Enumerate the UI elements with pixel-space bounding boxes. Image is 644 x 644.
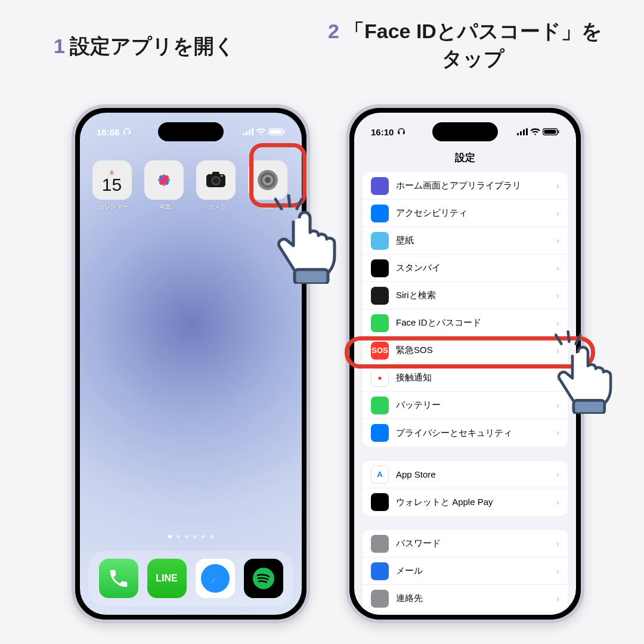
chevron-right-icon: › — [556, 593, 559, 604]
app-settings[interactable]: 設定 — [248, 160, 290, 211]
spotify-icon — [250, 565, 277, 592]
chevron-right-icon: › — [556, 428, 559, 438]
chevron-right-icon: › — [556, 263, 559, 274]
app-calendar[interactable]: 木 15 カレンダー — [92, 160, 134, 211]
settings-row-icon: SOS — [371, 342, 389, 360]
cell-signal-icon — [243, 128, 253, 135]
settings-row[interactable]: パスワード› — [363, 530, 568, 558]
settings-list[interactable]: ホーム画面とアプリライブラリ›アクセシビリティ›壁紙›スタンバイ›Siriと検索… — [354, 172, 576, 615]
settings-row[interactable]: Siriと検索› — [363, 282, 568, 309]
app-photos[interactable]: 写真 — [144, 160, 186, 211]
settings-row-label: プライバシーとセキュリティ — [396, 428, 556, 439]
step-2-caption: 2 「Face IDとパスコード」をタップ — [310, 18, 620, 73]
settings-row[interactable]: ウォレットと Apple Pay› — [363, 488, 568, 516]
chevron-right-icon: › — [556, 497, 559, 507]
wifi-icon — [256, 128, 266, 135]
page-indicator[interactable] — [80, 535, 302, 538]
settings-row-label: ホーム画面とアプリライブラリ — [396, 180, 556, 191]
headphones-icon — [123, 128, 131, 136]
status-time: 16:08 — [97, 127, 119, 137]
settings-row-label: バッテリー — [396, 400, 556, 411]
settings-row-label: Face IDとパスコード — [396, 317, 556, 329]
camera-icon — [203, 167, 229, 193]
settings-row[interactable]: バッテリー› — [363, 392, 568, 419]
settings-row-label: アクセシビリティ — [396, 208, 556, 219]
battery-icon — [543, 128, 559, 135]
dock-safari-app[interactable] — [196, 559, 235, 598]
settings-row-icon: ● — [371, 369, 389, 387]
phone-1-screen: 16:08 木 15 カレンダー — [80, 113, 302, 615]
svg-rect-36 — [523, 129, 525, 135]
settings-row[interactable]: SOS緊急SOS› — [363, 337, 568, 364]
settings-row-icon — [371, 314, 389, 332]
svg-point-23 — [265, 177, 271, 183]
step-1-number: 1 — [54, 33, 65, 60]
settings-row[interactable]: ●接触通知› — [363, 364, 568, 392]
photos-icon — [151, 167, 177, 193]
step-1-caption: 1 設定アプリを開く — [54, 33, 235, 60]
settings-row[interactable]: プライバシーとセキュリティ› — [363, 419, 568, 447]
svg-rect-0 — [243, 133, 244, 135]
settings-row[interactable]: ホーム画面とアプリライブラリ› — [363, 172, 568, 200]
gear-icon — [253, 166, 282, 194]
svg-rect-35 — [520, 131, 522, 135]
step-2-number: 2 — [328, 18, 339, 45]
settings-row-label: ウォレットと Apple Pay — [396, 497, 556, 508]
settings-row[interactable]: 壁紙› — [363, 227, 568, 255]
settings-row[interactable]: Face IDとパスコード› — [363, 309, 568, 337]
svg-rect-3 — [252, 128, 253, 135]
dock: LINE — [88, 550, 293, 606]
dock-spotify-app[interactable] — [244, 559, 283, 598]
chevron-right-icon: › — [556, 290, 559, 301]
svg-rect-5 — [270, 129, 281, 134]
settings-row-icon — [371, 562, 389, 580]
app-camera[interactable]: カメラ — [196, 160, 238, 211]
chevron-right-icon: › — [556, 566, 559, 577]
svg-point-18 — [213, 178, 219, 184]
calendar-date: 15 — [102, 175, 122, 195]
settings-row-icon — [371, 287, 389, 305]
svg-rect-34 — [517, 133, 519, 135]
status-time: 16:10 — [371, 127, 394, 137]
dynamic-island — [432, 122, 498, 141]
chevron-right-icon: › — [556, 538, 559, 549]
settings-row-label: 接触通知 — [396, 372, 556, 383]
svg-rect-6 — [284, 131, 285, 134]
headphones-icon — [397, 128, 405, 136]
svg-rect-39 — [544, 129, 556, 134]
svg-rect-40 — [558, 131, 559, 134]
settings-row-icon: A — [371, 466, 389, 484]
settings-row-icon — [371, 205, 389, 222]
line-icon: LINE — [156, 573, 177, 584]
chevron-right-icon: › — [556, 400, 559, 411]
settings-row-icon — [371, 259, 389, 277]
chevron-right-icon: › — [556, 181, 559, 191]
chevron-right-icon: › — [556, 469, 559, 480]
settings-row-label: 壁紙 — [396, 235, 556, 246]
svg-rect-37 — [526, 128, 528, 135]
settings-row[interactable]: メール› — [363, 558, 568, 585]
step-1-text: 設定アプリを開く — [70, 33, 235, 60]
settings-row[interactable]: AApp Store› — [363, 461, 568, 488]
phone-1-frame: 16:08 木 15 カレンダー — [72, 104, 310, 623]
svg-rect-2 — [249, 129, 250, 135]
settings-title: 設定 — [354, 151, 576, 165]
safari-icon — [199, 562, 232, 595]
chevron-right-icon: › — [556, 208, 559, 219]
settings-row-label: メール — [396, 565, 556, 577]
wifi-icon — [530, 128, 540, 135]
settings-row-icon — [371, 535, 389, 553]
chevron-right-icon: › — [556, 345, 559, 356]
phone-2-frame: 16:10 設定 ホーム画面とアプリライブラリ›アクセシビリティ›壁紙›スタンバ… — [346, 104, 584, 623]
settings-row[interactable]: スタンバイ› — [363, 255, 568, 282]
dock-line-app[interactable]: LINE — [147, 559, 187, 598]
chevron-right-icon: › — [556, 318, 559, 329]
settings-row[interactable]: アクセシビリティ› — [363, 200, 568, 227]
settings-row[interactable]: 連絡先› — [363, 585, 568, 612]
dock-phone-app[interactable] — [99, 559, 138, 598]
settings-row-label: Siriと検索 — [396, 290, 556, 301]
phone-icon — [107, 567, 130, 590]
settings-row[interactable]: カレンダー› — [363, 612, 568, 615]
settings-row-icon — [371, 232, 389, 250]
svg-rect-16 — [212, 172, 219, 175]
